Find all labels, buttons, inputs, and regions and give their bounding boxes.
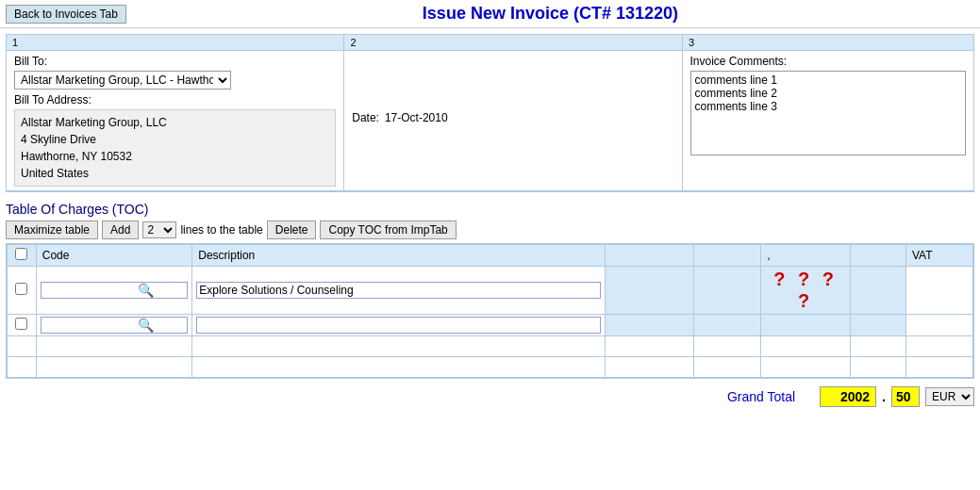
vat-header: VAT <box>906 245 973 267</box>
grand-total-label: Grand Total <box>727 389 795 404</box>
row1-blank2 <box>694 267 761 315</box>
toc-toolbar: Maximize table Add 2 lines to the table … <box>6 220 974 239</box>
row1-code-input[interactable] <box>42 283 136 298</box>
toc-section: Table Of Charges (TOC) Maximize table Ad… <box>6 202 974 379</box>
column-numbers-row: 1 2 3 <box>7 35 973 51</box>
date-value: 17-Oct-2010 <box>385 111 448 124</box>
row1-blank4 <box>850 267 905 315</box>
table-row <box>8 357 973 378</box>
question-marks: ? ? ? ? <box>765 269 846 312</box>
maximize-table-button[interactable]: Maximize table <box>6 220 98 239</box>
row2-vat <box>906 315 973 336</box>
header: Back to Invoices Tab Issue New Invoice (… <box>0 0 980 28</box>
form-content-row: Bill To: Allstar Marketing Group, LLC - … <box>7 51 973 191</box>
grand-total-dot: . <box>882 389 886 404</box>
bill-to-select[interactable]: Allstar Marketing Group, LLC - Hawthorne <box>14 71 231 90</box>
row2-code-wrap: 🔍 <box>41 317 189 334</box>
grand-total-integer: 2002 <box>820 386 876 407</box>
table-row: 🔍 ? ? ? ? <box>8 267 973 315</box>
row2-check <box>8 315 37 336</box>
row2-desc-input[interactable] <box>196 317 601 334</box>
bill-to-column: Bill To: Allstar Marketing Group, LLC - … <box>7 51 344 190</box>
bill-to-label: Bill To: <box>14 55 336 68</box>
grand-total-row: Grand Total 2002 . 50 EUR <box>0 379 980 415</box>
row1-desc-input[interactable] <box>196 282 601 299</box>
row2-search-icon[interactable]: 🔍 <box>136 318 156 333</box>
date-label: Date: <box>352 111 379 124</box>
toc-table: Code Description , VAT <box>7 244 973 378</box>
row2-desc-cell <box>192 315 606 336</box>
page-title: Issue New Invoice (CT# 131220) <box>126 4 974 24</box>
select-all-checkbox[interactable] <box>15 248 27 260</box>
delete-button[interactable]: Delete <box>267 220 317 239</box>
table-row <box>8 336 973 357</box>
check-header <box>8 245 37 267</box>
row2-code-input[interactable] <box>42 318 136 333</box>
blank-header-4 <box>850 245 905 267</box>
date-row: Date: 17-Oct-2010 <box>352 111 673 124</box>
currency-select[interactable]: EUR <box>925 387 974 406</box>
add-button[interactable]: Add <box>102 220 139 239</box>
lines-count-select[interactable]: 2 <box>142 221 176 238</box>
copy-toc-button[interactable]: Copy TOC from ImpTab <box>320 220 456 239</box>
row2-blank3 <box>761 315 851 336</box>
row2-blank1 <box>605 315 694 336</box>
code-header: Code <box>36 245 192 267</box>
bill-to-address-label: Bill To Address: <box>14 93 336 106</box>
blank-header-2 <box>694 245 761 267</box>
toc-title: Table Of Charges (TOC) <box>6 202 974 217</box>
bill-to-address: Allstar Marketing Group, LLC4 Skyline Dr… <box>14 109 336 187</box>
row1-blank3: ? ? ? ? <box>761 267 851 315</box>
row1-desc-cell <box>192 267 606 315</box>
toc-table-container: Code Description , VAT <box>6 243 974 379</box>
row2-blank4 <box>850 315 905 336</box>
toc-header-row: Code Description , VAT <box>8 245 973 267</box>
row1-vat <box>906 267 973 315</box>
col-num-1: 1 <box>7 35 344 50</box>
bill-to-select-wrap: Allstar Marketing Group, LLC - Hawthorne <box>14 71 336 90</box>
invoice-comments-textarea[interactable]: comments line 1 comments line 2 comments… <box>690 71 967 155</box>
blank-header-3: , <box>761 245 851 267</box>
lines-to-table-text: lines to the table <box>180 223 262 237</box>
grand-total-decimal: 50 <box>891 386 920 407</box>
comments-column: Invoice Comments: comments line 1 commen… <box>683 51 974 190</box>
row2-blank2 <box>694 315 761 336</box>
row1-search-icon[interactable]: 🔍 <box>136 283 156 298</box>
invoice-form: 1 2 3 Bill To: Allstar Marketing Group, … <box>6 34 974 192</box>
bill-to-address-text: Allstar Marketing Group, LLC4 Skyline Dr… <box>21 116 167 180</box>
invoice-comments-label: Invoice Comments: <box>690 55 967 68</box>
row1-checkbox[interactable] <box>15 283 27 295</box>
row2-code-cell: 🔍 <box>36 315 192 336</box>
row1-blank1 <box>605 267 694 315</box>
row2-checkbox[interactable] <box>15 318 27 330</box>
date-column: Date: 17-Oct-2010 <box>344 51 682 190</box>
col-num-2: 2 <box>344 35 682 50</box>
row1-code-cell: 🔍 <box>36 267 192 315</box>
col-num-3: 3 <box>683 35 973 50</box>
row1-check <box>8 267 37 315</box>
table-row: 🔍 <box>8 315 973 336</box>
row1-code-wrap: 🔍 <box>41 282 189 299</box>
back-to-invoices-button[interactable]: Back to Invoices Tab <box>6 5 126 24</box>
description-header: Description <box>192 245 606 267</box>
blank-header-1 <box>605 245 694 267</box>
